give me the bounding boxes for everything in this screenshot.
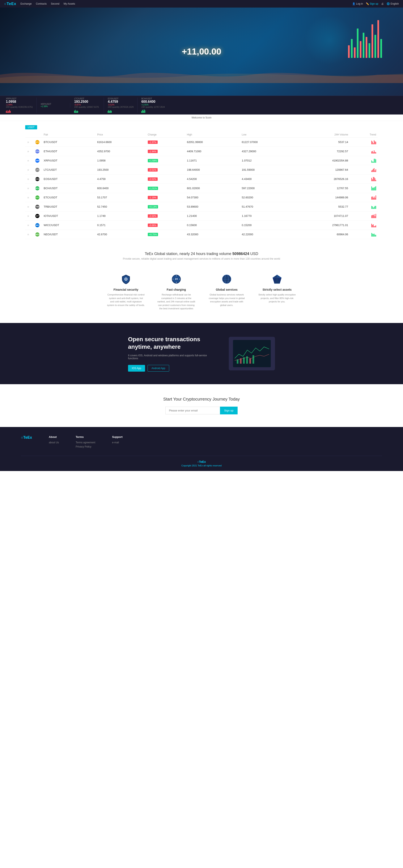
coin-name-cell: XRP/USDT (42, 156, 95, 165)
star-icon[interactable]: ★ (27, 196, 30, 199)
star-icon[interactable]: ★ (27, 141, 30, 144)
vol-cell: 5532.77 (295, 202, 350, 211)
coin-name: TRB/USDT (44, 205, 94, 208)
change-badge: +1.58% (148, 159, 158, 162)
signup-submit-button[interactable]: Sign up (220, 407, 238, 414)
table-row[interactable]: ★ LTC LTC/USDT 193.2500 -0.51% 198.64000… (25, 165, 378, 175)
high-cell: 4.54200 (185, 175, 240, 184)
signup-button[interactable]: ✏️ Sign up (366, 2, 378, 5)
star-icon[interactable]: ★ (27, 233, 30, 236)
high-cell: 198.64000 (185, 165, 240, 175)
ticker-item-2[interactable]: LTC/USDT 193.2500 -0.87% 24H quantity 12… (70, 97, 104, 113)
change-badge: -2.02% (148, 214, 157, 218)
footer-bottom: ○TeEx Copyright 2021 TeEx all rights res… (21, 456, 382, 467)
star-cell[interactable]: ★ (25, 211, 34, 221)
navbar: ○TeEx Exchange Contracts Second My Asset… (0, 0, 403, 7)
star-cell[interactable]: ★ (25, 175, 34, 184)
mini-bar (111, 111, 112, 113)
vol-cell: 12767.55 (295, 184, 350, 193)
footer-col-support: Support e-mail (112, 435, 122, 450)
ticker-item-3[interactable]: EOS/USDT 4.4759 -0.52% 24H quantity 2876… (104, 97, 138, 113)
table-row[interactable]: ★ BCH BCH/USDT 600.6400 +1.91% 601.02000… (25, 184, 378, 193)
footer-link-privacy[interactable]: Privacy Policy (76, 445, 95, 448)
coin-name: BCH/USDT (44, 187, 94, 190)
footer-bottom-logo: ○TeEx (21, 460, 382, 463)
col-header-pair (25, 132, 34, 137)
nav-myassets[interactable]: My Assets (64, 2, 75, 5)
table-row[interactable]: ★ BTC BTC/USDT 61614.6600 -1.97% 62051.9… (25, 137, 378, 147)
nav-contracts[interactable]: Contracts (36, 2, 47, 5)
print-button[interactable]: 🖨 (381, 2, 384, 5)
feature-desc: Global business services network coverag… (208, 293, 246, 307)
star-icon[interactable]: ★ (27, 159, 30, 162)
change-cell: -0.06% (146, 221, 185, 230)
ticker-item-1[interactable]: XRP/USDT +1.58% (37, 103, 70, 107)
star-icon[interactable]: ★ (27, 205, 30, 209)
nav-second[interactable]: Second (51, 2, 59, 5)
sparkline (371, 185, 376, 190)
ticker-price: 1.0958 (6, 100, 33, 103)
ios-app-button[interactable]: IOS App (128, 365, 145, 372)
mini-bar (110, 110, 111, 113)
star-icon[interactable]: ★ (27, 168, 30, 172)
footer-link-email[interactable]: e-mail (112, 441, 122, 444)
table-row[interactable]: ★ ETC ETC/USDT 53.1707 -1.19% 54.07300 5… (25, 193, 378, 202)
hero-wave (0, 66, 403, 83)
ticker-mini-chart (141, 108, 167, 113)
star-icon[interactable]: ★ (27, 187, 30, 190)
footer-col-terms: Terms Terms agreement Privacy Policy (76, 435, 95, 450)
mini-bar (108, 111, 108, 113)
footer-link-terms-agreement[interactable]: Terms agreement (76, 441, 95, 444)
coin-name: WICC/USDT (44, 223, 94, 227)
col-header-high: High (185, 132, 240, 137)
footer-heading-terms: Terms (76, 435, 95, 438)
ticker-item-0[interactable]: XRP/USDT 1.0958 -1.94% 24H quantity 4190… (2, 97, 37, 113)
footer-link-about-us[interactable]: about Us (49, 441, 59, 444)
star-icon[interactable]: ★ (27, 214, 30, 218)
candle-bar (369, 43, 370, 58)
sparkline (371, 231, 376, 237)
star-cell[interactable]: ★ (25, 137, 34, 147)
svg-rect-25 (253, 355, 254, 364)
table-row[interactable]: ★ IOT IOTA/USDT 1.1749 -2.02% 1.21400 1.… (25, 211, 378, 221)
ticker-item-4[interactable]: BCH/USDT 600.6400 +1.91% 24H quantity 12… (138, 97, 171, 113)
table-row[interactable]: ★ WIC WICC/USDT 0.1571 -0.06% 0.15600 0.… (25, 221, 378, 230)
svg-rect-23 (246, 356, 248, 364)
coin-icon: TRB (35, 205, 39, 209)
android-app-button[interactable]: Android App (148, 365, 169, 372)
table-row[interactable]: ★ NEO NEO/USDT 42.6700 +0.75% 43.32000 4… (25, 230, 378, 239)
usdt-tab[interactable]: USDT (25, 125, 37, 129)
sparkline (371, 158, 376, 163)
star-icon[interactable]: ★ (27, 223, 30, 227)
coin-symbol: LTC/USDT (44, 168, 57, 171)
star-cell[interactable]: ★ (25, 230, 34, 239)
nav-exchange[interactable]: Exchange (21, 2, 32, 5)
star-icon[interactable]: ★ (27, 150, 30, 153)
coin-symbol: TRB/USDT (44, 205, 57, 208)
login-button[interactable]: 👤 Log in (352, 2, 363, 5)
candle-bar (372, 24, 373, 58)
email-input[interactable] (165, 407, 220, 414)
table-row[interactable]: ★ TRB TRB/USDT 52.7450 +0.13% 53.89600 5… (25, 202, 378, 211)
change-cell: -2.02% (146, 211, 185, 221)
star-cell[interactable]: ★ (25, 147, 34, 156)
star-cell[interactable]: ★ (25, 156, 34, 165)
vol-cell: 60964.06 (295, 230, 350, 239)
table-row[interactable]: ★ XRP XRP/USDT 1.0958 +1.58% 1.11671 1.0… (25, 156, 378, 165)
language-selector[interactable]: 🌐 English (386, 2, 399, 5)
low-cell: 42.22000 (240, 230, 295, 239)
hero-section: +11,00.00 (0, 7, 403, 96)
table-row[interactable]: ★ ETH ETH/USDT 4352.9700 -1.94% 4409.710… (25, 147, 378, 156)
star-cell[interactable]: ★ (25, 165, 34, 175)
star-cell[interactable]: ★ (25, 193, 34, 202)
star-cell[interactable]: ★ (25, 202, 34, 211)
star-icon[interactable]: ★ (27, 178, 30, 181)
price-cell: 4352.9700 (95, 147, 146, 156)
star-cell[interactable]: ★ (25, 221, 34, 230)
trend-cell (350, 156, 378, 165)
star-cell[interactable]: ★ (25, 184, 34, 193)
coin-icon-cell: ETH (34, 147, 42, 156)
table-row[interactable]: ★ EOS EOS/USDT 4.4759 -0.52% 4.54200 4.4… (25, 175, 378, 184)
feature-select-assets: Strictly select assets Strictly select h… (258, 273, 296, 310)
logo[interactable]: ○TeEx (4, 2, 17, 6)
